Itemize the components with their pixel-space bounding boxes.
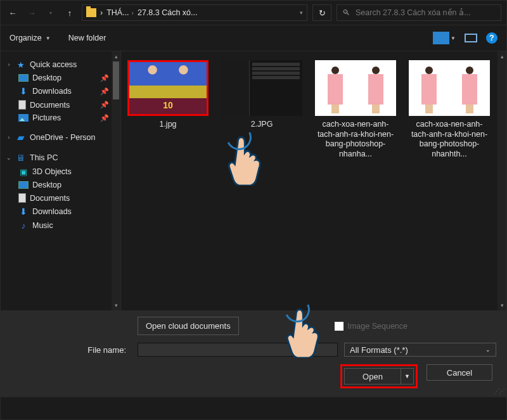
download-icon: ⬇	[18, 86, 29, 96]
breadcrumb-label: THÁ...	[106, 8, 129, 17]
caret-icon: ›	[6, 134, 12, 141]
sidebar-downloads-pc[interactable]: ⬇ Downloads	[4, 205, 120, 219]
file-thumbnail	[409, 60, 490, 116]
pc-icon: 🖥	[16, 153, 26, 163]
chevron-down-icon: ▼	[404, 373, 410, 379]
nav-up-button[interactable]: ↑	[63, 6, 77, 20]
nav-forward-button[interactable]: →	[25, 6, 39, 20]
sidebar-documents-pc[interactable]: Documents	[4, 191, 120, 205]
sidebar-pictures[interactable]: Pictures 📌	[4, 111, 120, 124]
file-thumbnail	[221, 60, 302, 116]
nav-recent-dropdown[interactable]: ▾	[44, 6, 58, 20]
address-box[interactable]: › THÁ... › 27.8.3 Cách xó... ▾	[82, 4, 307, 21]
star-icon: ★	[16, 60, 26, 70]
button-label: Cancel	[447, 368, 472, 378]
content-scrollbar[interactable]: ▴ ▾	[497, 51, 506, 310]
help-icon: ?	[489, 34, 494, 42]
sidebar-quick-access[interactable]: › ★ Quick access	[4, 58, 120, 72]
sidebar-downloads[interactable]: ⬇ Downloads 📌	[4, 84, 120, 98]
open-button-highlight: Open ▼	[340, 364, 418, 388]
checkbox-icon	[335, 322, 343, 331]
chevron-down-icon: ▼	[451, 35, 456, 41]
preview-pane-toggle[interactable]	[465, 34, 477, 42]
file-item-1[interactable]: 1.jpg	[127, 60, 209, 130]
sidebar-label: This PC	[30, 153, 58, 162]
sidebar-label: Documents	[30, 194, 70, 203]
open-cloud-documents-button[interactable]: Open cloud documents	[138, 317, 239, 335]
file-name-label: 1.jpg	[159, 120, 176, 130]
search-input[interactable]	[356, 8, 496, 17]
sidebar-onedrive[interactable]: › ▰ OneDrive - Person	[4, 130, 120, 144]
file-thumbnail	[315, 60, 396, 116]
thumbnails-icon	[433, 32, 449, 44]
image-sequence-checkbox[interactable]: Image Sequence	[335, 322, 408, 331]
file-thumbnail	[129, 62, 207, 114]
scroll-up-icon: ▴	[497, 51, 506, 61]
organize-menu[interactable]: Organize ▼	[10, 34, 51, 42]
search-icon: 🔍︎	[342, 8, 350, 17]
sidebar-label: Documents	[30, 101, 70, 110]
breadcrumb-seg-1[interactable]: THÁ... ›	[106, 8, 134, 17]
scrollbar-thumb[interactable]	[113, 61, 119, 99]
file-type-label: All Formats (*.*)	[350, 345, 408, 355]
sidebar-label: Desktop	[32, 181, 61, 189]
open-button[interactable]: Open	[344, 368, 401, 385]
chevron-icon: ›	[132, 10, 134, 16]
download-icon: ⬇	[18, 207, 29, 217]
chevron-icon: ›	[100, 8, 103, 17]
sidebar-label: Pictures	[32, 113, 61, 122]
address-history-dropdown[interactable]: ▾	[300, 10, 303, 16]
sidebar-desktop[interactable]: Desktop 📌	[4, 72, 120, 84]
sidebar: › ★ Quick access Desktop 📌 ⬇ Downloads 📌…	[1, 51, 121, 310]
refresh-icon: ↻	[319, 8, 326, 18]
music-icon: ♪	[18, 220, 29, 231]
search-box[interactable]: 🔍︎	[337, 4, 501, 21]
toolbar-right: ▼ ?	[433, 32, 497, 44]
chevron-down-icon: ▼	[46, 35, 51, 41]
main-area: › ★ Quick access Desktop 📌 ⬇ Downloads 📌…	[1, 51, 506, 310]
sidebar-music[interactable]: ♪ Music	[4, 219, 120, 232]
document-icon	[18, 100, 26, 110]
sidebar-label: Music	[32, 221, 53, 230]
file-name-label: cach-xoa-nen-anh-tach-anh-ra-khoi-nen-ba…	[409, 120, 490, 160]
organize-label: Organize	[10, 34, 42, 42]
sidebar-label: Downloads	[32, 87, 72, 96]
caret-icon: ›	[6, 61, 12, 68]
sidebar-label: OneDrive - Person	[30, 133, 96, 142]
new-folder-button[interactable]: New folder	[68, 34, 106, 42]
caret-down-icon: ⌄	[6, 155, 12, 161]
cube-icon: ▣	[18, 167, 29, 177]
cancel-button[interactable]: Cancel	[427, 364, 492, 381]
bottom-panel: Open cloud documents Image Sequence File…	[1, 310, 506, 397]
file-item-2[interactable]: 2.JPG	[221, 60, 302, 130]
refresh-button[interactable]: ↻	[312, 4, 331, 21]
nav-back-button[interactable]: ←	[6, 6, 20, 20]
breadcrumb-label: 27.8.3 Cách xó...	[138, 8, 198, 17]
file-type-select[interactable]: All Formats (*.*) ⌄	[344, 343, 496, 357]
sidebar-this-pc[interactable]: ⌄ 🖥 This PC	[4, 151, 120, 165]
file-grid[interactable]: 1.jpg 2.JPG cach-xoa-nen-anh-tach-anh-ra…	[121, 51, 506, 310]
sidebar-label: 3D Objects	[32, 167, 72, 176]
pictures-icon	[18, 114, 29, 122]
resize-grip-icon[interactable]: ⋰⋰	[494, 388, 504, 395]
breadcrumb-seg-2[interactable]: 27.8.3 Cách xó...	[138, 8, 198, 17]
help-button[interactable]: ?	[486, 32, 497, 44]
folder-icon	[86, 8, 96, 17]
file-name-label: cach-xoa-nen-anh-tach-anh-ra-khoi-nen-ba…	[315, 120, 396, 160]
document-icon	[18, 193, 26, 203]
file-name-input[interactable]	[138, 343, 338, 357]
file-name-label: File name:	[11, 345, 131, 355]
file-name-label: 2.JPG	[251, 120, 273, 130]
sidebar-desktop-pc[interactable]: Desktop	[4, 179, 120, 191]
toolbar: Organize ▼ New folder ▼ ?	[1, 25, 506, 51]
sidebar-3d-objects[interactable]: ▣ 3D Objects	[4, 165, 120, 179]
open-dropdown-button[interactable]: ▼	[401, 368, 414, 385]
file-item-4[interactable]: cach-xoa-nen-anh-tach-anh-ra-khoi-nen-ba…	[409, 60, 490, 160]
sidebar-scrollbar[interactable]: ▴ ▾	[112, 51, 120, 310]
checkbox-label: Image Sequence	[347, 322, 408, 331]
sidebar-documents[interactable]: Documents 📌	[4, 98, 120, 111]
scroll-up-icon: ▴	[112, 51, 120, 61]
view-mode-picker[interactable]: ▼	[433, 32, 456, 44]
button-label: Open cloud documents	[146, 321, 231, 331]
file-item-3[interactable]: cach-xoa-nen-anh-tach-anh-ra-khoi-nen-ba…	[315, 60, 396, 160]
